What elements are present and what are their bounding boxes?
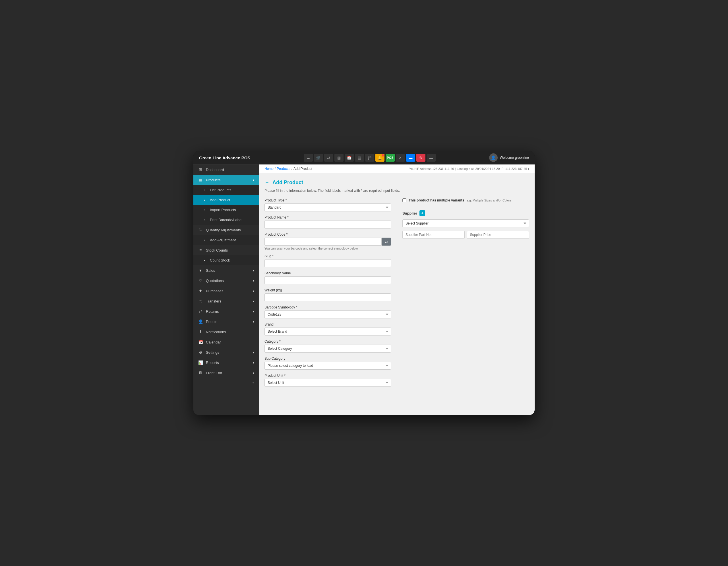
product-name-input[interactable] bbox=[264, 220, 391, 228]
cloud-icon-btn[interactable]: ☁ bbox=[304, 154, 313, 162]
user-area: 👤 Welcome greenline bbox=[489, 153, 529, 162]
slug-group: Slug * bbox=[264, 254, 391, 267]
sidebar-item-notifications[interactable]: ℹ Notifications bbox=[193, 327, 259, 337]
sidebar-item-add-product[interactable]: ▸ Add Product bbox=[193, 195, 259, 205]
top-bar: Green Line Advance POS ☁ 🛒 ⇄ ▦ 📅 ▤ 🏴 🔔 P… bbox=[193, 151, 535, 164]
sidebar-item-reports[interactable]: 📊 Reports ▾ bbox=[193, 358, 259, 368]
breadcrumb-current: Add Product bbox=[293, 167, 312, 171]
page-section: ＋ Add Product Please fill in the informa… bbox=[259, 173, 535, 415]
sidebar-item-label: Transfers bbox=[206, 299, 250, 304]
supplier-price-input[interactable] bbox=[467, 231, 529, 239]
dark2-icon-btn[interactable]: ▬ bbox=[427, 154, 436, 162]
category-select[interactable]: Select Category bbox=[264, 345, 391, 353]
blue-icon-btn[interactable]: ▬ bbox=[406, 154, 415, 162]
sidebar-item-calendar[interactable]: 📅 Calendar bbox=[193, 337, 259, 347]
sidebar-item-label: Dashboard bbox=[206, 168, 254, 172]
sidebar-item-label: Returns bbox=[206, 309, 250, 314]
sidebar-item-purchases[interactable]: ★ Purchases ▾ bbox=[193, 286, 259, 296]
multiple-variants-checkbox[interactable] bbox=[402, 198, 406, 202]
cart-icon-btn[interactable]: 🛒 bbox=[314, 154, 323, 162]
barcode-symbology-select[interactable]: Code128 Code39 EAN13 UPC-A bbox=[264, 311, 391, 319]
flag-icon-btn[interactable]: 🏴 bbox=[365, 154, 374, 162]
breadcrumb-bar: Home / Products / Add Product Your IP Ad… bbox=[259, 164, 535, 173]
avatar: 👤 bbox=[489, 153, 498, 162]
add-supplier-button[interactable]: + bbox=[419, 210, 425, 216]
scan-button[interactable]: ⇄ bbox=[382, 237, 391, 245]
product-unit-select[interactable]: Select Unit bbox=[264, 379, 391, 387]
chevron-down-icon: ▾ bbox=[253, 178, 254, 181]
supplier-select[interactable]: Select Supplier bbox=[402, 219, 529, 227]
variant-row: This product has multiple variants e.g. … bbox=[402, 198, 529, 202]
chevron-icon: ▾ bbox=[253, 320, 254, 323]
sidebar-item-label: Print Barcode/Label bbox=[210, 218, 254, 222]
share-icon-btn[interactable]: ⇄ bbox=[324, 154, 333, 162]
chevron-icon: ▾ bbox=[253, 351, 254, 354]
sidebar-item-label: Import Products bbox=[210, 208, 254, 212]
product-unit-label: Product Unit * bbox=[264, 374, 391, 378]
brand-select[interactable]: Select Brand bbox=[264, 328, 391, 336]
product-name-label: Product Name * bbox=[264, 215, 391, 219]
quotations-icon: ♡ bbox=[198, 278, 203, 283]
red-icon-btn[interactable]: ✎ bbox=[416, 154, 425, 162]
sidebar-item-label: Add Product bbox=[210, 198, 254, 202]
sidebar-item-frontend[interactable]: 🖥 Front End ▾ bbox=[193, 368, 259, 378]
breadcrumb-home[interactable]: Home bbox=[264, 167, 274, 171]
sidebar-item-settings[interactable]: ⚙ Settings ▾ bbox=[193, 347, 259, 358]
app-title: Green Line Advance POS bbox=[199, 155, 250, 160]
slug-input[interactable] bbox=[264, 259, 391, 267]
sidebar-item-list-products[interactable]: ▪ List Products bbox=[193, 185, 259, 195]
sub-category-select[interactable]: Please select category to load bbox=[264, 362, 391, 370]
display-icon-btn[interactable]: ▦ bbox=[334, 154, 344, 162]
sidebar-collapse-btn[interactable]: « bbox=[193, 378, 259, 388]
bell-icon-btn[interactable]: 🔔 bbox=[375, 154, 384, 162]
sidebar-item-count-stock[interactable]: ▪ Count Stock bbox=[193, 255, 259, 265]
sidebar-item-sales[interactable]: ♥ Sales ▾ bbox=[193, 265, 259, 275]
page-title: Add Product bbox=[272, 179, 303, 185]
export-icon-btn[interactable]: ✕ bbox=[396, 154, 405, 162]
pos-btn[interactable]: POS bbox=[386, 154, 395, 162]
sidebar-item-import-products[interactable]: ▪ Import Products bbox=[193, 205, 259, 215]
sidebar-item-transfers[interactable]: ☆ Transfers ▾ bbox=[193, 296, 259, 306]
weight-input[interactable] bbox=[264, 294, 391, 302]
sidebar-item-label: Products bbox=[206, 178, 250, 182]
sidebar-item-quotations[interactable]: ♡ Quotations ▾ bbox=[193, 275, 259, 286]
terminal-icon-btn[interactable]: ▤ bbox=[355, 154, 364, 162]
form-right: This product has multiple variants e.g. … bbox=[402, 198, 529, 387]
sidebar-item-products[interactable]: ▤ Products ▾ bbox=[193, 175, 259, 185]
sidebar-item-stock-counts[interactable]: ≡ Stock Counts bbox=[193, 245, 259, 255]
product-code-input[interactable] bbox=[264, 237, 382, 245]
bell-badge bbox=[382, 154, 384, 156]
chevron-icon: ▾ bbox=[253, 371, 254, 375]
sidebar-item-label: Front End bbox=[206, 371, 250, 375]
import-icon: ▪ bbox=[202, 208, 207, 211]
breadcrumb-products[interactable]: Products bbox=[277, 167, 290, 171]
sub-category-label: Sub Category bbox=[264, 357, 391, 361]
purchases-icon: ★ bbox=[198, 289, 203, 293]
supplier-part-no-input[interactable] bbox=[402, 231, 465, 239]
screen-wrapper: Green Line Advance POS ☁ 🛒 ⇄ ▦ 📅 ▤ 🏴 🔔 P… bbox=[193, 151, 535, 415]
breadcrumb: Home / Products / Add Product bbox=[264, 167, 312, 171]
weight-label: Weight (kg) bbox=[264, 288, 391, 292]
variant-label: This product has multiple variants bbox=[409, 198, 464, 202]
chevron-icon: ▾ bbox=[253, 269, 254, 272]
ip-info: Your IP Address 123.231.111.46 ( Last lo… bbox=[409, 167, 529, 170]
sidebar-item-dashboard[interactable]: ⊞ Dashboard bbox=[193, 164, 259, 175]
brand-group: Brand Select Brand bbox=[264, 323, 391, 336]
product-unit-group: Product Unit * Select Unit bbox=[264, 374, 391, 387]
calendar-icon-btn[interactable]: 📅 bbox=[345, 154, 354, 162]
sidebar: ⊞ Dashboard ▤ Products ▾ ▪ List Products… bbox=[193, 164, 259, 415]
product-type-select[interactable]: Standard Service Combo bbox=[264, 203, 391, 211]
sidebar-item-print-barcode[interactable]: ▪ Print Barcode/Label bbox=[193, 215, 259, 225]
category-label: Category * bbox=[264, 340, 391, 344]
calendar-sidebar-icon: 📅 bbox=[198, 340, 203, 344]
secondary-name-input[interactable] bbox=[264, 276, 391, 284]
supplier-section: Supplier + Select Supplier bbox=[402, 210, 529, 239]
product-type-group: Product Type * Standard Service Combo bbox=[264, 198, 391, 211]
sidebar-item-returns[interactable]: ⇄ Returns ▾ bbox=[193, 306, 259, 317]
sidebar-item-add-adjustment[interactable]: ▪ Add Adjustment bbox=[193, 235, 259, 245]
supplier-header: Supplier + bbox=[402, 210, 529, 216]
dashboard-icon: ⊞ bbox=[198, 167, 203, 172]
sidebar-item-qty-adjustments[interactable]: ⇅ Quantity Adjustments bbox=[193, 225, 259, 235]
sidebar-item-people[interactable]: 👤 People ▾ bbox=[193, 317, 259, 327]
returns-icon: ⇄ bbox=[198, 309, 203, 314]
